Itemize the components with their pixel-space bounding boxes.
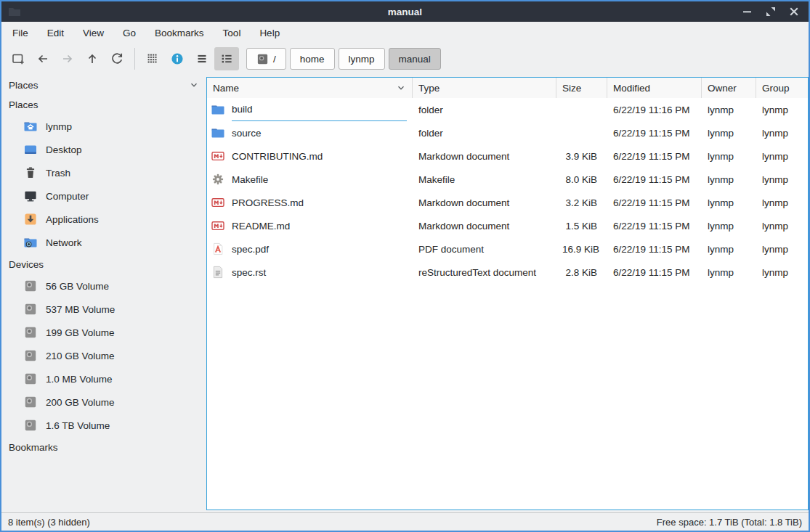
- trash-icon: [23, 165, 38, 180]
- markdown-icon: [211, 218, 225, 233]
- up-button[interactable]: [80, 47, 105, 70]
- path-button-label: /: [273, 54, 276, 65]
- column-header-size[interactable]: Size: [556, 78, 607, 98]
- file-row-contributing-md[interactable]: CONTRIBUTING.mdMarkdown document3.9 KiB6…: [207, 144, 808, 168]
- path-button-lynmp[interactable]: lynmp: [339, 48, 385, 70]
- restore-button[interactable]: [761, 4, 781, 20]
- file-name-cell[interactable]: build: [207, 98, 413, 121]
- column-header-label: Modified: [613, 83, 650, 94]
- path-button-root[interactable]: /: [246, 48, 286, 70]
- menu-edit[interactable]: Edit: [38, 25, 73, 41]
- sidebar-item-desktop[interactable]: Desktop: [1, 138, 206, 161]
- minimize-button[interactable]: [737, 4, 758, 20]
- menu-tool[interactable]: Tool: [214, 25, 251, 41]
- sidebar-item-label: 200 GB Volume: [46, 397, 115, 408]
- home-folder-icon: [23, 119, 38, 134]
- menu-bookmarks[interactable]: Bookmarks: [145, 25, 214, 41]
- volume-icon: [23, 325, 38, 340]
- file-row-spec-rst[interactable]: spec.rstreStructuredText document2.8 KiB…: [207, 261, 808, 284]
- file-owner-cell: lynmp: [702, 221, 756, 232]
- column-header-modified[interactable]: Modified: [607, 78, 702, 98]
- file-name-label: spec.pdf: [232, 244, 269, 255]
- sidebar-item-537-mb-volume[interactable]: 537 MB Volume: [1, 298, 206, 321]
- path-button-home[interactable]: home: [290, 48, 335, 70]
- markdown-icon: [211, 195, 225, 210]
- forward-button[interactable]: [55, 47, 80, 70]
- file-name-cell[interactable]: CONTRIBUTING.md: [207, 144, 413, 168]
- column-header-type[interactable]: Type: [413, 78, 556, 98]
- sidebar-item-210-gb-volume[interactable]: 210 GB Volume: [1, 344, 206, 367]
- file-name-label: CONTRIBUTING.md: [232, 151, 323, 162]
- menu-help[interactable]: Help: [250, 25, 289, 41]
- file-name-cell[interactable]: source: [207, 121, 413, 144]
- titlebar[interactable]: manual: [1, 1, 809, 22]
- gear-icon: [211, 172, 225, 187]
- sidebar-item-56-gb-volume[interactable]: 56 GB Volume: [1, 274, 206, 298]
- item-count-text: 8 item(s) (3 hidden): [8, 517, 90, 528]
- sidebar-item-1-6-tb-volume[interactable]: 1.6 TB Volume: [1, 414, 206, 437]
- file-row-readme-md[interactable]: README.mdMarkdown document1.5 KiB6/22/19…: [207, 214, 808, 237]
- sidebar-item-network[interactable]: Network: [1, 231, 206, 254]
- file-owner-cell: lynmp: [702, 267, 756, 278]
- list-header: NameTypeSizeModifiedOwnerGroup: [207, 78, 808, 98]
- file-row-spec-pdf[interactable]: spec.pdfPDF document16.9 KiB6/22/19 11:1…: [207, 237, 808, 261]
- file-row-progress-md[interactable]: PROGRESS.mdMarkdown document3.2 KiB6/22/…: [207, 191, 808, 214]
- file-name-cell[interactable]: Makefile: [207, 168, 413, 191]
- file-name-cell[interactable]: spec.rst: [207, 261, 413, 284]
- file-row-makefile[interactable]: MakefileMakefile8.0 KiB6/22/19 11:15 PMl…: [207, 168, 808, 191]
- file-type-cell: Markdown document: [413, 151, 556, 162]
- window-controls: [737, 4, 809, 20]
- column-header-label: Owner: [708, 83, 737, 94]
- sidebar-item-1-0-mb-volume[interactable]: 1.0 MB Volume: [1, 367, 206, 390]
- arrow-left-icon: [36, 52, 50, 66]
- file-name-cell[interactable]: PROGRESS.md: [207, 191, 413, 214]
- rst-icon: [211, 265, 225, 279]
- sidebar-section-devices[interactable]: Devices: [1, 254, 206, 274]
- sidebar-item-trash[interactable]: Trash: [1, 161, 206, 184]
- file-modified-cell: 6/22/19 11:15 PM: [607, 267, 702, 278]
- sidebar-item-applications[interactable]: Applications: [1, 208, 206, 231]
- icon-view-button[interactable]: [140, 47, 165, 70]
- network-icon: [23, 235, 38, 250]
- sidebar-item-label: 537 MB Volume: [46, 304, 115, 315]
- file-type-cell: Markdown document: [413, 221, 556, 232]
- file-owner-cell: lynmp: [702, 174, 756, 185]
- thumbnail-view-button[interactable]: [165, 47, 190, 70]
- menu-go[interactable]: Go: [113, 25, 145, 41]
- file-group-cell: lynmp: [756, 128, 808, 139]
- sidebar-item-200-gb-volume[interactable]: 200 GB Volume: [1, 390, 206, 414]
- sidebar-mode-selector[interactable]: Places: [1, 75, 206, 94]
- sidebar-item-lynmp[interactable]: lynmp: [1, 115, 206, 138]
- menu-view[interactable]: View: [73, 25, 113, 41]
- sidebar-section-places[interactable]: Places: [1, 94, 206, 115]
- back-button[interactable]: [31, 47, 55, 70]
- file-owner-cell: lynmp: [702, 105, 756, 115]
- sidebar-item-computer[interactable]: Computer: [1, 184, 206, 208]
- column-header-name[interactable]: Name: [207, 78, 413, 98]
- file-type-cell: folder: [413, 105, 556, 115]
- file-name-cell[interactable]: spec.pdf: [207, 237, 413, 261]
- column-header-group[interactable]: Group: [756, 78, 808, 98]
- sidebar-item-label: 210 GB Volume: [46, 351, 115, 361]
- sidebar-section-bookmarks[interactable]: Bookmarks: [1, 437, 206, 457]
- detailed-list-view-button[interactable]: [214, 47, 239, 70]
- sidebar-item-199-gb-volume[interactable]: 199 GB Volume: [1, 321, 206, 344]
- folder-icon: [211, 102, 225, 117]
- file-row-build[interactable]: buildfolder6/22/19 11:16 PMlynmplynmp: [207, 98, 808, 121]
- sidebar-item-label: 56 GB Volume: [46, 281, 109, 292]
- minimize-icon: [740, 4, 755, 19]
- menu-file[interactable]: File: [3, 25, 38, 41]
- new-window-button[interactable]: [6, 47, 31, 70]
- file-type-cell: folder: [413, 128, 556, 139]
- column-header-owner[interactable]: Owner: [702, 78, 756, 98]
- reload-button[interactable]: [105, 47, 129, 70]
- close-button[interactable]: [784, 4, 804, 20]
- path-button-manual[interactable]: manual: [389, 48, 441, 70]
- file-name-cell[interactable]: README.md: [207, 214, 413, 237]
- chevron-down-icon: [189, 80, 199, 90]
- compact-view-button[interactable]: [190, 47, 214, 70]
- volume-icon: [23, 418, 38, 433]
- file-row-source[interactable]: sourcefolder6/22/19 11:15 PMlynmplynmp: [207, 121, 808, 144]
- volume-icon: [23, 302, 38, 316]
- new-window-icon: [11, 52, 25, 66]
